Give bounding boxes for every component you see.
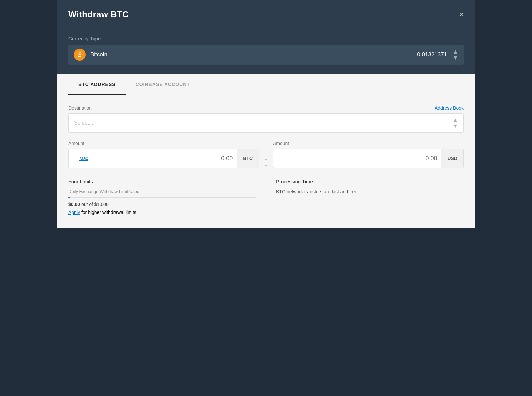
destination-header: Destination Address Book xyxy=(68,105,464,111)
currency-label: Currency Type xyxy=(68,36,464,41)
btc-currency-label: BTC xyxy=(237,149,259,168)
modal-title: Withdraw BTC xyxy=(68,9,129,20)
currency-chevron-icon: ▲ ▼ xyxy=(452,49,458,61)
close-button[interactable]: × xyxy=(459,11,464,19)
processing-section: Processing Time BTC network transfers ar… xyxy=(276,179,464,215)
usd-amount-value: 0.00 xyxy=(425,155,437,162)
usd-amount-group: Amount 0.00 USD xyxy=(273,141,464,168)
usd-currency-label: USD xyxy=(441,149,463,168)
max-link[interactable]: Max xyxy=(75,156,88,161)
amount-section: Amount Max 0.00 BTC ← → Amount xyxy=(68,141,464,168)
limit-out-of: out of xyxy=(81,202,93,207)
tab-bar: BTC ADDRESS COINBASE ACCOUNT xyxy=(68,74,464,95)
progress-bar-fill xyxy=(68,197,70,198)
btc-amount-value: 0.00 xyxy=(88,155,233,162)
processing-description: BTC network transfers are fast and free. xyxy=(276,189,464,194)
destination-select[interactable]: Select... ▲ ▼ xyxy=(68,113,464,133)
btc-symbol: ₿ xyxy=(78,51,81,58)
progress-bar-container xyxy=(68,197,256,198)
limits-section: Your Limits Daily Exchange Withdraw Limi… xyxy=(68,179,464,215)
exchange-arrows-icon: ← → xyxy=(259,149,273,168)
tab-btc-address[interactable]: BTC ADDRESS xyxy=(68,74,126,95)
apply-suffix: for higher withdrawal limits xyxy=(80,210,136,215)
usd-amount-input[interactable]: 0.00 USD xyxy=(273,149,464,168)
destination-chevron-icon: ▲ ▼ xyxy=(453,117,458,129)
modal-body: BTC ADDRESS COINBASE ACCOUNT Destination… xyxy=(57,74,475,228)
btc-icon: ₿ xyxy=(74,49,86,61)
destination-placeholder: Select... xyxy=(74,120,453,126)
address-book-link[interactable]: Address Book xyxy=(435,105,464,111)
currency-section: Currency Type ₿ Bitcoin 0.01321371 ▲ ▼ xyxy=(57,29,475,74)
btc-amount-input[interactable]: Max 0.00 BTC xyxy=(68,149,259,168)
limits-left: Your Limits Daily Exchange Withdraw Limi… xyxy=(68,179,256,215)
destination-label: Destination xyxy=(68,105,92,111)
currency-name: Bitcoin xyxy=(90,51,417,58)
limit-total: $10.00 xyxy=(94,202,109,207)
limit-current: $0.00 xyxy=(68,202,80,207)
btc-amount-group: Amount Max 0.00 BTC xyxy=(68,141,259,168)
currency-dropdown[interactable]: ₿ Bitcoin 0.01321371 ▲ ▼ xyxy=(68,45,464,65)
limit-values: $0.00 out of $10.00 xyxy=(68,202,256,207)
modal-header: Withdraw BTC × xyxy=(57,0,475,29)
destination-field: Destination Address Book Select... ▲ ▼ xyxy=(68,105,464,133)
apply-row: Apply for higher withdrawal limits xyxy=(68,210,256,215)
currency-balance: 0.01321371 xyxy=(417,51,447,58)
withdraw-modal: Withdraw BTC × Currency Type ₿ Bitcoin 0… xyxy=(57,0,475,228)
btc-amount-label: Amount xyxy=(68,141,259,146)
daily-limit-label: Daily Exchange Withdraw Limit Used xyxy=(68,189,256,194)
usd-amount-label: Amount xyxy=(273,141,464,146)
apply-link[interactable]: Apply xyxy=(68,210,80,215)
tab-coinbase-account[interactable]: COINBASE ACCOUNT xyxy=(126,74,200,95)
limits-title: Your Limits xyxy=(68,179,256,184)
processing-title: Processing Time xyxy=(276,179,464,184)
